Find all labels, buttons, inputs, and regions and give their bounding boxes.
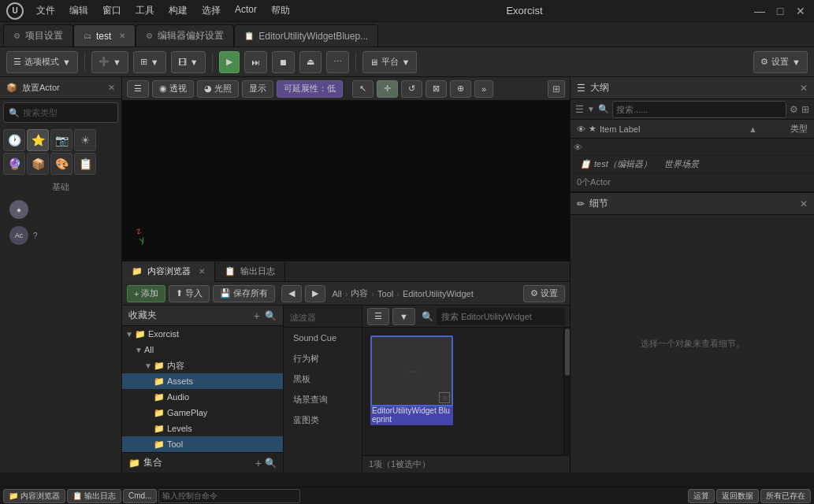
favorites-search-icon[interactable]: 🔍 <box>265 310 277 321</box>
visual-category-btn[interactable]: 🔮 <box>3 153 25 175</box>
basic-category-btn[interactable]: 📦 <box>27 153 49 175</box>
actor-search-box[interactable]: 🔍 搜索类型 <box>3 102 118 123</box>
scale-button[interactable]: ⊠ <box>426 80 447 98</box>
nav-forward-button[interactable]: ▶ <box>305 285 325 302</box>
outliner-search-input[interactable] <box>612 101 786 118</box>
move-button[interactable]: ✛ <box>377 80 398 98</box>
filter-env-query[interactable]: 场景查询 <box>287 390 359 409</box>
eject-button[interactable]: ⏏ <box>299 51 322 73</box>
more-vp-button[interactable]: » <box>474 80 493 98</box>
filter-blueprint[interactable]: 蓝图类 <box>287 410 359 429</box>
favorites-category-btn[interactable]: ⭐ <box>27 129 49 151</box>
output-log-tab[interactable]: 📋 输出日志 <box>215 261 285 282</box>
material-category-btn[interactable]: 🎨 <box>50 153 72 175</box>
close-button[interactable]: ✕ <box>794 4 808 18</box>
actor-item-ac[interactable]: Ac ? <box>3 223 118 248</box>
menu-file[interactable]: 文件 <box>30 2 61 19</box>
menu-select[interactable]: 选择 <box>195 2 227 19</box>
recent-category-btn[interactable]: 🕐 <box>3 129 25 151</box>
taskbar-run-btn[interactable]: 运算 <box>688 489 715 503</box>
assets-scrollbar[interactable] <box>563 328 570 455</box>
tree-item-all[interactable]: ▼ All <box>122 342 283 358</box>
outliner-close-icon[interactable]: ✕ <box>800 83 808 94</box>
taskbar-cmd[interactable]: Cmd... <box>123 489 157 503</box>
save-all-button[interactable]: 💾 保存所有 <box>213 285 275 302</box>
content-browser-close-icon[interactable]: ✕ <box>199 267 205 276</box>
scalability-button[interactable]: 可延展性：低 <box>277 80 343 98</box>
grid-view-button[interactable]: ⊞ <box>548 80 565 98</box>
sort-button[interactable]: ☰ <box>367 308 389 325</box>
tree-item-assets[interactable]: 📁 Assets <box>122 373 283 389</box>
menu-actor[interactable]: Actor <box>229 2 263 19</box>
tree-item-audio[interactable]: 📁 Audio <box>122 389 283 405</box>
timeline-button[interactable]: 🎞 ▼ <box>171 51 206 73</box>
menu-tools[interactable]: 工具 <box>129 2 161 19</box>
add-content-button[interactable]: + 添加 <box>127 285 165 302</box>
outliner-filter-chevron-icon[interactable]: ▼ <box>587 105 595 113</box>
tree-item-tool[interactable]: 📁 Tool <box>122 436 283 452</box>
details-close-icon[interactable]: ✕ <box>800 198 808 209</box>
taskbar-console-input[interactable] <box>158 489 300 503</box>
show-button[interactable]: 显示 <box>242 80 273 98</box>
actor-item-sphere[interactable]: ● <box>3 197 118 222</box>
settings-button[interactable]: ⚙ 设置 ▼ <box>753 51 808 73</box>
tab-editor-prefs[interactable]: ⚙ 编辑器偏好设置 <box>136 24 234 46</box>
breadcrumb-tool[interactable]: Tool <box>377 289 393 298</box>
tree-item-levels[interactable]: 📁 Levels <box>122 421 283 436</box>
filter-blackboard[interactable]: 黑板 <box>287 369 359 388</box>
tab-editor-widget[interactable]: 📋 EditorUtilityWidgetBluep... <box>234 24 378 46</box>
camera-category-btn[interactable]: 📷 <box>50 129 72 151</box>
add-actor-button[interactable]: ➕ ▼ <box>91 51 128 73</box>
tree-item-content[interactable]: ▼ 📁 内容 <box>122 358 283 373</box>
tab-test-close-icon[interactable]: ✕ <box>119 32 125 40</box>
nav-back-button[interactable]: ◀ <box>281 285 302 302</box>
minimize-button[interactable]: — <box>753 4 767 18</box>
sort-chevron-button[interactable]: ▼ <box>392 308 415 325</box>
outliner-filter-icon[interactable]: ☰ <box>575 104 584 115</box>
star-column-icon[interactable]: ★ <box>589 124 597 134</box>
breadcrumb-all[interactable]: All <box>332 289 341 298</box>
tab-test[interactable]: 🗂 test ✕ <box>73 24 136 46</box>
menu-edit[interactable]: 编辑 <box>63 2 95 19</box>
filter-sound-cue[interactable]: Sound Cue <box>287 328 359 347</box>
cb-settings-button[interactable]: ⚙ 设置 <box>523 285 565 302</box>
transform-mode-button[interactable]: ↖ <box>352 80 374 98</box>
outliner-row-world[interactable]: 📋 test（编辑器） 世界场景 <box>571 156 814 173</box>
blueprint-category-btn[interactable]: 📋 <box>74 153 96 175</box>
lighting-button[interactable]: ◕ 光照 <box>197 80 239 98</box>
snap-button[interactable]: ⊞ ▼ <box>133 51 166 73</box>
assets-search-input[interactable] <box>437 308 565 325</box>
import-button[interactable]: ⬆ 导入 <box>169 285 210 302</box>
surface-button[interactable]: ⊕ <box>450 80 471 98</box>
outliner-settings-icon[interactable]: ⚙ <box>790 104 798 115</box>
favorites-add-icon[interactable]: + <box>254 309 260 322</box>
visibility-icon[interactable]: 👁 <box>574 143 582 152</box>
collections-add-icon[interactable]: + <box>255 457 262 469</box>
taskbar-return-btn[interactable]: 返回数据 <box>716 489 759 503</box>
breadcrumb-widget[interactable]: EditorUtilityWidget <box>403 289 474 298</box>
eye-column-icon[interactable]: 👁 <box>577 124 585 134</box>
rotate-button[interactable]: ↺ <box>401 80 422 98</box>
maximize-button[interactable]: □ <box>773 4 787 18</box>
hamburger-button[interactable]: ☰ <box>127 80 149 98</box>
light-category-btn[interactable]: ☀ <box>74 129 96 151</box>
breadcrumb-content[interactable]: 内容 <box>351 287 368 299</box>
platform-button[interactable]: 🖥 平台 ▼ <box>362 51 418 73</box>
filter-behavior-tree[interactable]: 行为树 <box>287 349 359 368</box>
select-mode-button[interactable]: ☰ 选项模式 ▼ <box>6 51 78 73</box>
menu-window[interactable]: 窗口 <box>96 2 128 19</box>
perspective-button[interactable]: ◉ 透视 <box>152 80 194 98</box>
place-actor-close-icon[interactable]: ✕ <box>108 83 115 93</box>
more-play-button[interactable]: ⋯ <box>326 51 349 73</box>
tree-item-exorcist[interactable]: ▼ 📁 Exorcist <box>122 326 283 342</box>
tree-item-gameplay[interactable]: 📁 GamePlay <box>122 405 283 421</box>
menu-help[interactable]: 帮助 <box>265 2 296 19</box>
collections-search-icon[interactable]: 🔍 <box>265 458 277 469</box>
play-button[interactable]: ▶ <box>219 51 240 73</box>
taskbar-output-log[interactable]: 📋 输出日志 <box>67 489 121 503</box>
taskbar-all-btn[interactable]: 所有已存在 <box>760 489 811 503</box>
content-browser-tab[interactable]: 📁 内容浏览器 ✕ <box>122 261 215 282</box>
tab-project-settings[interactable]: ⚙ 项目设置 <box>3 24 73 46</box>
taskbar-content-browser[interactable]: 📁 内容浏览器 <box>3 489 65 503</box>
menu-build[interactable]: 构建 <box>162 2 194 19</box>
